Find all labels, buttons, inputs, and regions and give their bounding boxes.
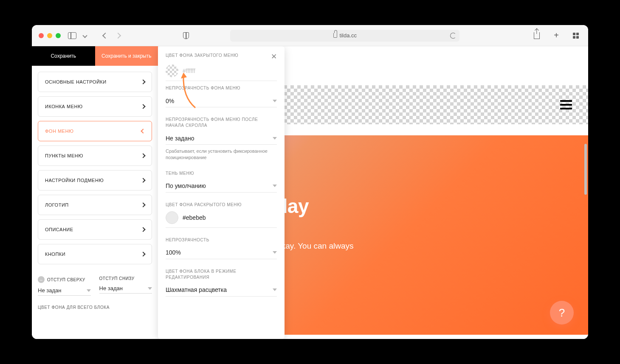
category-menu-icon[interactable]: ИКОНКА МЕНЮ bbox=[38, 96, 152, 117]
window-controls bbox=[39, 33, 61, 38]
menu-bg-opacity-label: НЕПРОЗРАЧНОСТЬ ФОНА МЕНЮ bbox=[166, 85, 277, 91]
block-bg-color-label: ЦВЕТ ФОНА ДЛЯ ВСЕГО БЛОКА bbox=[32, 296, 158, 310]
margin-top-select[interactable]: Не задан bbox=[38, 286, 91, 296]
category-main-settings[interactable]: ОСНОВНЫЕ НАСТРОЙКИ bbox=[38, 72, 152, 92]
open-menu-bg-label: ЦВЕТ ФОНА РАСКРЫТОГО МЕНЮ bbox=[166, 202, 277, 208]
help-button[interactable]: ? bbox=[550, 301, 574, 325]
opacity2-label: НЕПРОЗРАЧНОСТЬ bbox=[166, 237, 277, 243]
save-and-close-button[interactable]: Сохранить и закрыть bbox=[95, 46, 158, 66]
save-button[interactable]: Сохранить bbox=[32, 46, 95, 66]
edit-mode-bg-select[interactable]: Шахматная расцветка bbox=[166, 284, 277, 297]
category-description[interactable]: ОПИСАНИЕ bbox=[38, 219, 152, 240]
menu-shadow-select[interactable]: По умолчанию bbox=[166, 180, 277, 193]
opacity2-select[interactable]: 100% bbox=[166, 246, 277, 259]
margin-bottom-label: ОТСТУП СНИЗУ bbox=[99, 276, 135, 281]
margin-bottom-select[interactable]: Не задан bbox=[99, 283, 152, 294]
menu-bg-opacity-scroll-select[interactable]: Не задано bbox=[166, 132, 277, 145]
lock-icon bbox=[333, 33, 337, 38]
new-tab-button[interactable]: + bbox=[551, 31, 562, 40]
menu-bg-opacity-select[interactable]: 0% bbox=[166, 95, 277, 107]
closed-menu-bg-swatch[interactable] bbox=[166, 64, 178, 77]
category-buttons[interactable]: КНОПКИ bbox=[38, 244, 152, 264]
nav-forward-button[interactable] bbox=[113, 31, 124, 40]
close-window-button[interactable] bbox=[39, 33, 44, 38]
closed-menu-bg-input[interactable] bbox=[183, 67, 277, 74]
browser-window: tilda.cc + Сохранить Сохранить и закрыть… bbox=[32, 25, 588, 339]
close-flyout-button[interactable]: ✕ bbox=[271, 53, 277, 60]
share-button[interactable] bbox=[531, 31, 542, 40]
menu-bg-opacity-scroll-label: НЕПРОЗРАЧНОСТЬ ФОНА МЕНЮ ПОСЛЕ НАЧАЛА СК… bbox=[166, 117, 277, 129]
minimize-window-button[interactable] bbox=[47, 33, 52, 38]
address-bar-domain: tilda.cc bbox=[340, 32, 357, 39]
sidebar-toggle-button[interactable] bbox=[67, 31, 78, 40]
menu-shadow-label: ТЕНЬ МЕНЮ bbox=[166, 171, 277, 176]
info-icon: – bbox=[38, 276, 45, 283]
address-bar[interactable]: tilda.cc bbox=[230, 30, 459, 42]
privacy-shield-icon[interactable] bbox=[180, 31, 192, 40]
margin-top-label: ОТСТУП СВЕРХУ bbox=[47, 277, 85, 282]
closed-menu-bg-label: ЦВЕТ ФОНА ЗАКРЫТОГО МЕНЮ bbox=[166, 53, 238, 58]
nav-back-button[interactable] bbox=[100, 31, 111, 40]
fullscreen-window-button[interactable] bbox=[56, 33, 61, 38]
menu-background-flyout: ЦВЕТ ФОНА ЗАКРЫТОГО МЕНЮ ✕ НЕПРОЗРАЧНОСТ… bbox=[158, 46, 285, 339]
sidebar-menu-chevron[interactable] bbox=[79, 31, 90, 40]
open-menu-bg-swatch[interactable] bbox=[166, 211, 178, 224]
category-menu-background[interactable]: ФОН МЕНЮ bbox=[38, 121, 152, 141]
burger-menu-icon[interactable] bbox=[560, 100, 572, 109]
refresh-icon[interactable] bbox=[450, 33, 456, 39]
open-menu-bg-input[interactable] bbox=[183, 214, 277, 221]
settings-sidebar: Сохранить Сохранить и закрыть ОСНОВНЫЕ Н… bbox=[32, 46, 158, 339]
category-submenu-settings[interactable]: НАСТРОЙКИ ПОДМЕНЮ bbox=[38, 170, 152, 190]
browser-toolbar: tilda.cc + bbox=[32, 25, 588, 46]
tab-overview-button[interactable] bbox=[570, 31, 581, 40]
scrollbar-thumb[interactable] bbox=[584, 144, 587, 195]
menu-bg-opacity-scroll-hint: Срабатывает, если установить фиксированн… bbox=[166, 148, 277, 161]
edit-mode-bg-label: ЦВЕТ ФОНА БЛОКА В РЕЖИМЕ РЕДАКТИРОВАНИЯ bbox=[166, 269, 277, 280]
category-menu-items[interactable]: ПУНКТЫ МЕНЮ bbox=[38, 146, 152, 166]
category-logo[interactable]: ЛОГОТИП bbox=[38, 195, 152, 215]
